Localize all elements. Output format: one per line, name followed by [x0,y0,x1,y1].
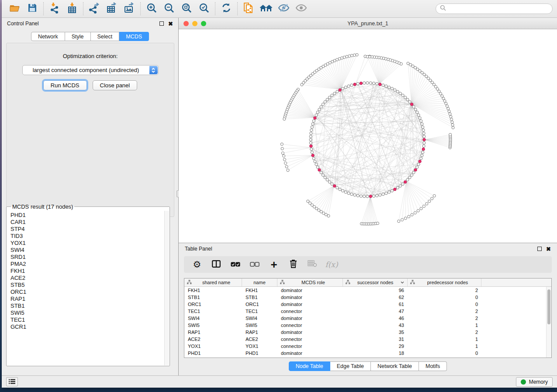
network-node[interactable] [360,195,362,197]
network-node[interactable] [422,151,424,154]
tab-mcds[interactable]: MCDS [119,32,149,41]
network-node[interactable] [328,181,331,183]
network-node[interactable] [422,132,425,134]
network-node[interactable] [336,90,339,93]
network-node[interactable] [449,133,452,136]
network-node[interactable] [417,163,420,165]
mcds-node[interactable] [318,168,321,171]
network-node[interactable] [350,54,353,57]
network-node[interactable] [388,86,391,89]
traffic-light-close[interactable] [183,21,189,26]
network-node[interactable] [336,186,339,189]
mcds-node-item[interactable]: FKH1 [10,268,160,275]
network-node[interactable] [324,100,326,103]
network-node[interactable] [281,147,284,150]
table-scrollbar-thumb[interactable] [547,289,550,324]
mcds-node-item[interactable]: SRD1 [10,254,160,261]
network-node[interactable] [419,117,421,119]
network-node[interactable] [450,115,452,118]
network-node[interactable] [428,200,431,203]
network-node[interactable] [325,213,327,216]
network-node[interactable] [280,143,283,145]
import-table-button[interactable] [63,1,81,16]
mcds-node-item[interactable]: PHD1 [10,212,160,219]
network-node[interactable] [339,188,341,191]
network-node[interactable] [422,205,425,207]
table-row[interactable]: ACE2ACE2connector311 [184,336,551,343]
network-node[interactable] [376,222,379,225]
show-all-button[interactable] [292,1,310,16]
network-node[interactable] [394,89,396,91]
mcds-node-item[interactable]: SWI4 [10,247,160,254]
network-node[interactable] [348,55,351,57]
memory-button[interactable]: Memory [516,377,553,387]
search-input[interactable] [448,6,548,12]
network-node[interactable] [318,108,321,111]
network-node[interactable] [416,111,419,113]
network-node[interactable] [316,111,319,113]
network-node[interactable] [320,106,322,108]
zoom-in-button[interactable] [143,1,160,16]
network-node[interactable] [446,105,448,107]
export-table-button[interactable] [103,1,121,16]
network-node[interactable] [311,151,313,154]
mcds-node-item[interactable]: RAP1 [10,296,160,303]
network-node[interactable] [310,132,312,134]
network-node[interactable] [283,118,286,120]
network-node[interactable] [342,87,344,90]
network-node[interactable] [285,165,288,168]
network-node[interactable] [396,90,399,93]
network-node[interactable] [363,82,366,84]
network-node[interactable] [310,148,313,151]
network-node[interactable] [414,108,417,111]
tab-network[interactable]: Network [31,32,65,41]
mcds-node-item[interactable]: STP4 [10,226,160,233]
tab-motifs[interactable]: Motifs [419,361,447,371]
network-node[interactable] [333,92,336,95]
zoom-out-button[interactable] [160,1,178,16]
network-node[interactable] [376,194,378,197]
network-node[interactable] [356,194,359,197]
network-node[interactable] [412,171,415,174]
mcds-node[interactable] [310,144,312,147]
mcds-node[interactable] [423,138,426,141]
import-network-button[interactable] [46,1,63,16]
network-node[interactable] [408,176,411,179]
network-node[interactable] [326,98,329,101]
mcds-node[interactable] [419,160,421,163]
mcds-node[interactable] [414,168,417,171]
mcds-node[interactable] [339,89,341,91]
network-node[interactable] [315,114,318,117]
network-node[interactable] [320,171,322,174]
network-node[interactable] [423,135,426,138]
network-node[interactable] [373,82,375,85]
network-node[interactable] [398,220,400,223]
network-node[interactable] [322,212,325,214]
column-header-name[interactable]: name [242,279,277,286]
mcds-node[interactable] [314,117,316,119]
network-node[interactable] [420,157,422,160]
mcds-node-item[interactable]: ACE2 [10,275,160,282]
network-node[interactable] [346,55,348,58]
network-node[interactable] [350,193,353,196]
network-node[interactable] [324,176,326,179]
zoom-selected-button[interactable] [195,1,213,16]
network-node[interactable] [385,192,387,195]
save-session-button[interactable] [24,1,41,16]
column-header-MCDS-role[interactable]: MCDS role [277,279,343,286]
network-node[interactable] [309,138,312,141]
network-node[interactable] [328,96,331,99]
network-node[interactable] [412,106,415,108]
network-node[interactable] [401,183,404,186]
table-scrollbar[interactable] [546,287,551,358]
network-node[interactable] [331,183,333,186]
tab-network-table[interactable]: Network Table [371,361,419,371]
network-node[interactable] [312,157,315,160]
network-node[interactable] [417,210,419,212]
traffic-light-minimize[interactable] [192,21,197,26]
network-node[interactable] [406,179,409,181]
open-file-button[interactable] [6,1,24,16]
first-neighbors-button[interactable] [257,1,275,16]
network-node[interactable] [421,123,423,125]
export-network-button[interactable] [86,1,103,16]
